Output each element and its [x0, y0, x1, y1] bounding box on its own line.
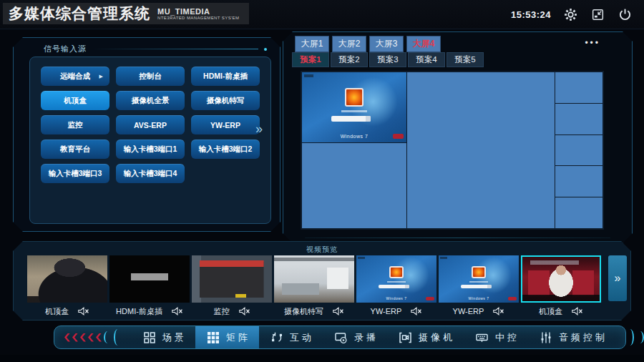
wall-window[interactable] [555, 72, 602, 103]
wall-window[interactable] [302, 143, 406, 228]
source-button[interactable]: 输入卡槽3端口1 ▶ [116, 140, 185, 159]
restore-window-icon[interactable] [590, 7, 605, 22]
thumbnail-row: 机顶盒 HDMI-前桌插 监控 [27, 255, 601, 320]
panel-trim-line [305, 238, 610, 238]
thumbnail-image[interactable] [109, 255, 190, 303]
thumbnails-next-button[interactable]: » [608, 255, 627, 301]
thumbnail-label: 监控 [214, 306, 230, 317]
app-title: 多媒体综合管理系统 [9, 4, 150, 24]
toolbar-item[interactable]: 互动 [259, 326, 323, 348]
main-toolbar: 场景 矩阵 互动 录播 摄像机 [54, 326, 626, 349]
video-thumbnail[interactable]: Windows 7 YW-ERP [356, 255, 436, 320]
video-thumbnail[interactable]: 监控 [192, 255, 272, 320]
thumbnail-image[interactable] [274, 255, 354, 303]
win7-password-box [461, 285, 492, 288]
more-menu-icon[interactable]: ••• [585, 38, 600, 48]
toolbar-item[interactable]: 场景 [132, 326, 195, 348]
source-button[interactable]: 控制台 ▶ [116, 67, 185, 86]
thumbnail-image[interactable]: Windows 7 [439, 255, 519, 303]
thumbnail-image[interactable] [192, 255, 272, 303]
preset-tab[interactable]: 预案4 [408, 52, 445, 67]
header-line [92, 49, 258, 49]
wall-window[interactable] [555, 166, 602, 197]
source-button[interactable]: 输入卡槽3端口3 ▶ [41, 164, 109, 183]
thumbnail-label: 机顶盒 [539, 306, 562, 317]
source-button[interactable]: 机顶盒 ▶ [41, 91, 109, 110]
wall-window[interactable] [555, 104, 602, 134]
screen-control-panel: 大屏1 大屏2 大屏3 大屏4 预案1 预案2 预案3 预案4 预案5 ••• [283, 31, 633, 243]
source-button[interactable]: 输入卡槽3端口2 ▶ [191, 140, 260, 159]
mute-icon[interactable] [333, 307, 344, 315]
clock: 15:53:24 [511, 9, 551, 20]
source-button[interactable]: 远端合成 ▶ [41, 67, 109, 86]
header-dot [264, 48, 267, 51]
toolbar-item[interactable]: 录播 [323, 326, 387, 348]
win7-shutdown-button [426, 297, 434, 300]
submenu-arrow-icon: ▶ [99, 74, 103, 79]
screen-tab[interactable]: 大屏2 [332, 36, 366, 52]
video-thumbnail[interactable]: HDMI-前桌插 [109, 255, 190, 320]
thumbnail-label: HDMI-前桌插 [116, 306, 162, 317]
mute-icon[interactable] [239, 307, 250, 315]
thumbnail-image[interactable]: Windows 7 [356, 255, 436, 303]
video-thumbnail[interactable]: 摄像机特写 [274, 255, 354, 320]
toolbar-item[interactable]: 矩阵 [195, 326, 259, 348]
win7-brand: Windows 7 [302, 134, 406, 139]
toolbar-item[interactable]: 音频控制 [528, 326, 616, 348]
win7-shutdown-button [393, 134, 404, 139]
preset-tab[interactable]: 预案3 [369, 52, 406, 67]
app-title-block: 多媒体综合管理系统 MU_TIMEDIA NTE3RATED MANAGEMEN… [3, 3, 249, 24]
toolbar-item[interactable]: 摄像机 [387, 326, 464, 348]
scene-grid-icon [143, 331, 156, 344]
preset-tab[interactable]: 预案2 [331, 52, 368, 67]
screen-tab[interactable]: 大屏4 [406, 36, 441, 52]
thumbnail-label: 摄像机特写 [284, 306, 323, 317]
wall-window[interactable] [555, 135, 602, 166]
power-icon[interactable] [618, 7, 633, 22]
win7-avatar [472, 266, 486, 279]
panel-expand-chevron[interactable]: » [255, 122, 263, 137]
mute-icon[interactable] [78, 307, 89, 315]
gear-icon[interactable] [563, 7, 578, 22]
win7-brand: Windows 7 [439, 296, 519, 300]
app-window: 多媒体综合管理系统 MU_TIMEDIA NTE3RATED MANAGEMEN… [0, 0, 644, 362]
video-thumbnail[interactable]: Windows 7 YW-ERP [439, 255, 519, 320]
interact-icon [270, 331, 283, 344]
matrix-grid-icon [207, 331, 220, 344]
source-button[interactable]: AVS-ERP ▶ [116, 115, 185, 134]
video-thumbnail[interactable]: 机顶盒 [27, 255, 107, 320]
preset-tab-row: 预案1 预案2 预案3 预案4 预案5 [292, 52, 484, 67]
source-button[interactable]: HDMI-前桌插 ▶ [191, 67, 260, 86]
source-button[interactable]: 监控 ▶ [41, 115, 109, 134]
screen-tab[interactable]: 大屏3 [369, 36, 404, 52]
app-subtitle-en: NTE3RATED MANAGEMENT SYS'EM [157, 16, 239, 20]
wall-window[interactable] [555, 197, 602, 228]
wall-window-win7[interactable]: Windows 7 [302, 72, 406, 142]
source-button[interactable]: 教育平台 ▶ [41, 140, 109, 159]
mute-icon[interactable] [172, 307, 183, 315]
red-chevrons-decor [616, 329, 644, 346]
source-button[interactable]: 摄像机全景 ▶ [116, 91, 185, 110]
mute-icon[interactable] [493, 307, 504, 315]
thumbnail-image[interactable] [521, 255, 601, 303]
source-button[interactable]: YW-ERP ▶ [191, 115, 260, 134]
wall-window[interactable] [407, 72, 555, 228]
toolbar-item[interactable]: 中控 [464, 326, 528, 348]
bottom-band [0, 355, 644, 362]
source-button-grid: 远端合成 ▶ 控制台 ▶ HDMI-前桌插 ▶ 机顶盒 ▶ 摄像机全景 ▶ 摄像… [30, 57, 270, 192]
camera-icon [399, 331, 412, 344]
win7-brand: Windows 7 [356, 296, 436, 300]
thumbnail-image[interactable] [27, 255, 107, 303]
record-icon [334, 331, 348, 344]
mute-icon[interactable] [572, 307, 583, 315]
windows7-login-preview: Windows 7 [302, 72, 406, 142]
preset-tab[interactable]: 预案1 [292, 52, 329, 67]
video-thumbnail[interactable]: 机顶盒 [521, 255, 601, 320]
screen-tab[interactable]: 大屏1 [295, 36, 329, 52]
source-button[interactable]: 输入卡槽3端口4 ▶ [116, 164, 185, 183]
preset-tab[interactable]: 预案5 [447, 52, 484, 67]
audio-icon [540, 331, 552, 344]
mute-icon[interactable] [411, 307, 422, 315]
control-icon [475, 331, 489, 344]
source-button[interactable]: 摄像机特写 ▶ [191, 91, 260, 110]
